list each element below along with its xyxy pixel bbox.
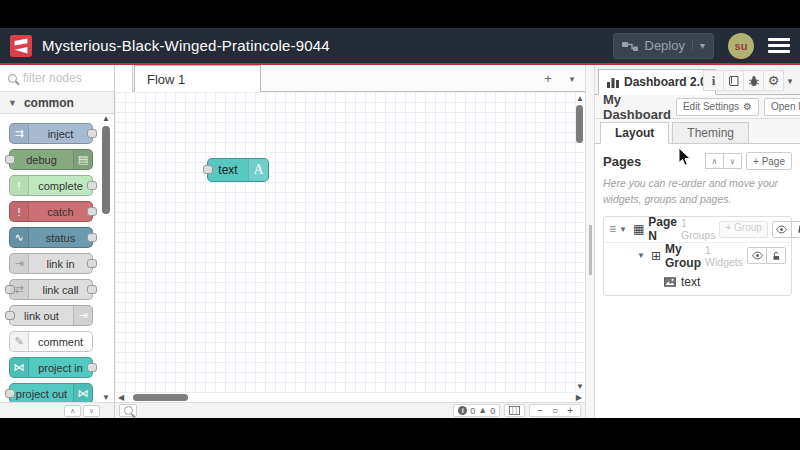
zoom-reset-button[interactable]: ○ (549, 405, 561, 416)
scroll-up-icon[interactable]: ▲ (576, 94, 584, 103)
link-in-icon: ⇥ (10, 254, 29, 273)
page-visibility-button[interactable] (772, 221, 792, 238)
collapse-all-button[interactable]: ∧ (64, 405, 81, 417)
palette-category-label: common (24, 96, 74, 110)
sidebar-more-caret[interactable]: ▾ (783, 70, 797, 91)
inject-icon: ⇉ (10, 124, 29, 143)
page-icon: ▦ (633, 222, 644, 236)
search-icon (124, 406, 133, 415)
palette-node-link-in[interactable]: ⇥link in (9, 253, 93, 274)
group-name: My Group (665, 242, 701, 270)
open-dashboard-button[interactable]: Open Dashboard (764, 98, 800, 116)
flow-canvas[interactable]: text A (115, 92, 585, 393)
comment-icon: ✎ (10, 332, 29, 351)
pages-description: Here you can re-order and move your widg… (603, 176, 792, 208)
right-sidebar: Dashboard 2.0 i (595, 65, 800, 418)
navigator-toggle-button[interactable] (504, 404, 525, 417)
chevron-down-icon[interactable]: ▼ (637, 251, 645, 260)
edit-settings-label: Edit Settings (683, 101, 739, 112)
tree-row-widget[interactable]: text (604, 269, 791, 295)
page-lock-button[interactable] (791, 221, 800, 238)
canvas-search-button[interactable] (119, 404, 137, 417)
group-lock-button[interactable] (766, 247, 786, 264)
info-count: 0 (470, 406, 475, 416)
sidebar-tabbar: Dashboard 2.0 i (595, 65, 800, 95)
image-icon (664, 277, 676, 287)
project-out-icon: ⋈ (73, 384, 92, 402)
palette-node-project-out[interactable]: ⋈project out (9, 383, 93, 402)
palette-category-common[interactable]: ▼ common (0, 92, 114, 114)
scroll-down-icon[interactable]: ▼ (101, 393, 111, 402)
edit-settings-button[interactable]: Edit Settings ⚙ (676, 98, 759, 116)
node-output-port (87, 233, 97, 242)
tab-debug[interactable] (743, 70, 764, 91)
drag-handle-icon[interactable]: ≡ (609, 222, 616, 236)
palette-node-inject[interactable]: ⇉inject (9, 123, 93, 144)
palette-node-label: link in (29, 254, 92, 273)
sidebar-splitter[interactable] (585, 65, 595, 418)
deploy-button[interactable]: Deploy ▾ (613, 33, 715, 59)
main-menu-button[interactable] (768, 38, 790, 53)
map-icon (509, 406, 520, 415)
deploy-options-caret[interactable]: ▾ (692, 40, 705, 51)
tree-row-page[interactable]: ≡ ▼ ▦ Page N 1 Groups + Group (604, 217, 791, 243)
palette-node-link-call[interactable]: ⇄link call (9, 279, 93, 300)
add-group-button[interactable]: + Group (719, 221, 767, 238)
chevron-down-icon[interactable]: ▼ (619, 225, 627, 234)
app-header: Mysterious-Black-Winged-Pratincole-9044 … (0, 28, 800, 65)
canvas-horizontal-scrollbar[interactable]: ◀ ▶ (115, 393, 585, 402)
palette-node-status[interactable]: ∿status (9, 227, 93, 248)
add-page-button[interactable]: + Page (746, 152, 792, 170)
move-up-button[interactable]: ∧ (705, 153, 724, 169)
palette-scrollbar[interactable]: ▲ ▼ (101, 114, 111, 402)
canvas-node-label: text (208, 159, 248, 181)
zoom-out-button[interactable]: − (534, 405, 546, 416)
tab-theming[interactable]: Theming (672, 122, 749, 144)
dashboard-title: My Dashboard (603, 92, 671, 122)
group-meta: 1 Widgets (705, 244, 743, 268)
zoom-controls: − ○ + (529, 404, 581, 417)
main-workspace: filter nodes ▼ common ⇉inject▤debug!comp… (0, 65, 800, 418)
mouse-cursor (678, 147, 692, 167)
palette-node-debug[interactable]: ▤debug (9, 149, 93, 170)
pages-heading: Pages (603, 154, 641, 169)
tab-config[interactable]: ⚙ (763, 70, 784, 91)
palette-scroll-thumb[interactable] (102, 126, 110, 214)
palette-node-label: project out (10, 384, 73, 402)
group-visibility-button[interactable] (747, 247, 767, 264)
expand-all-button[interactable]: ∨ (83, 405, 100, 417)
scroll-down-icon[interactable]: ▼ (576, 382, 584, 391)
vscroll-thumb[interactable] (576, 105, 583, 143)
move-down-button[interactable]: ∨ (723, 153, 742, 169)
hscroll-thumb[interactable] (133, 394, 188, 401)
palette-node-list: ⇉inject▤debug!complete!catch∿status⇥link… (0, 114, 114, 402)
palette-node-complete[interactable]: !complete (9, 175, 93, 196)
splitter-grip[interactable] (589, 225, 592, 275)
tab-help[interactable] (723, 70, 744, 91)
tree-row-group[interactable]: ▼ ⊞ My Group 1 Widgets (604, 243, 791, 269)
palette-node-project-in[interactable]: ⋈project in (9, 357, 93, 378)
palette-search[interactable]: filter nodes (0, 65, 114, 92)
tab-flow-1[interactable]: Flow 1 (134, 65, 261, 92)
warning-icon: ▲ (478, 406, 487, 415)
palette-node-label: status (29, 228, 92, 247)
scroll-left-icon[interactable]: ◀ (118, 393, 124, 402)
link-call-icon: ⇄ (10, 280, 29, 299)
scroll-up-icon[interactable]: ▲ (101, 114, 111, 123)
dashboard-subtabs: Layout Theming (595, 119, 800, 144)
tab-info[interactable]: i (703, 70, 724, 91)
tab-layout[interactable]: Layout (600, 122, 669, 144)
palette-node-comment[interactable]: ✎comment (9, 331, 93, 352)
flow-list-caret[interactable]: ▾ (563, 74, 581, 84)
canvas-vertical-scrollbar[interactable]: ▲ ▼ (574, 92, 585, 393)
add-flow-button[interactable]: + (539, 71, 557, 86)
zoom-in-button[interactable]: + (564, 405, 576, 416)
notification-counters[interactable]: i 0 ▲ 0 (453, 404, 500, 417)
user-avatar[interactable]: su (728, 33, 754, 59)
palette-node-link-out[interactable]: ⇥link out (9, 305, 93, 326)
canvas-node[interactable]: text A (207, 158, 269, 182)
palette-node-catch[interactable]: !catch (9, 201, 93, 222)
scroll-right-icon[interactable]: ▶ (576, 393, 582, 402)
group-icon: ⊞ (651, 249, 661, 263)
bar-chart-icon (607, 77, 619, 88)
